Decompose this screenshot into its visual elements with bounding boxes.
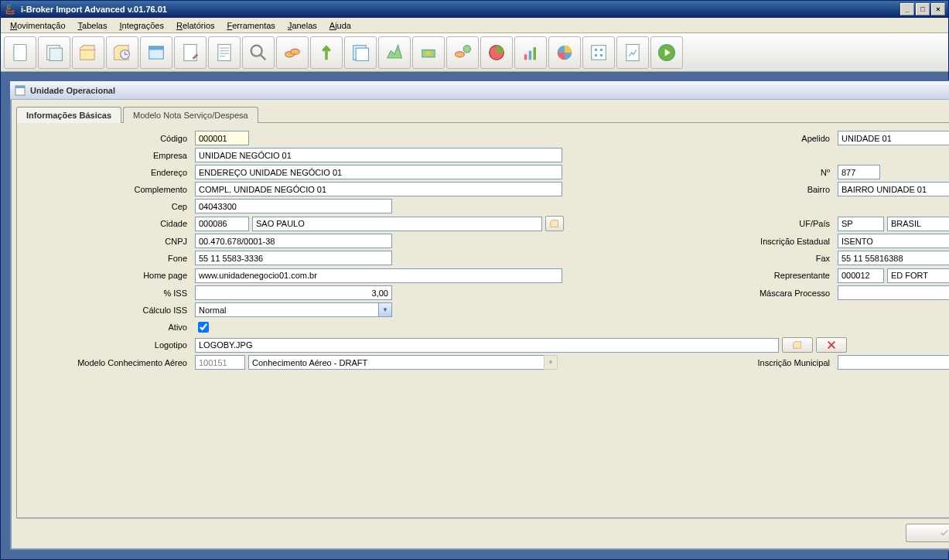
titlebar[interactable]: i-Broker Import Advanced v.01.76.01 _ □ … [1,1,948,18]
browse-logotipo-button[interactable] [782,337,813,353]
label-mascara: Máscara Processo [669,289,831,298]
chevron-down-icon[interactable]: ▼ [378,302,392,317]
input-fone[interactable] [195,251,392,265]
toolbar-btn-19[interactable] [616,36,649,69]
toolbar-btn-16[interactable] [514,36,547,69]
svg-rect-27 [626,44,639,60]
input-numero[interactable] [838,165,880,179]
svg-point-14 [426,51,432,55]
toolbar-btn-4[interactable] [106,36,138,69]
internal-title: Unidade Operacional [30,86,115,95]
toolbar-btn-2[interactable] [38,36,70,69]
input-fax[interactable] [838,251,949,265]
maximize-button[interactable]: □ [916,3,930,15]
menu-tabelas[interactable]: Tabelas [73,19,112,32]
input-pais[interactable] [887,217,949,231]
toolbar-btn-13[interactable] [412,36,445,69]
java-icon [4,3,16,15]
input-modelo-cod [195,355,245,370]
label-cep: Cep [26,202,189,211]
svg-rect-2 [49,48,62,60]
input-complemento[interactable] [195,182,562,196]
tab-informacoes-basicas[interactable]: Informações Básicas [16,107,121,123]
toolbar-btn-1[interactable] [4,36,36,69]
chevron-down-icon[interactable]: ▼ [544,355,558,370]
menubar: Movimentação Tabelas Integrações Relatór… [1,18,948,33]
input-apelido[interactable] [838,131,949,145]
label-cnpj: CNPJ [26,237,189,246]
toolbar-btn-8[interactable] [242,36,275,69]
tab-modelo-nota[interactable]: Modelo Nota Serviço/Despesa [123,107,258,123]
toolbar-btn-18[interactable] [582,36,615,69]
minimize-button[interactable]: _ [900,3,914,15]
input-im[interactable] [838,355,949,370]
select-calculoiss[interactable]: ▼ [195,302,392,317]
internal-titlebar[interactable]: Unidade Operacional ▫ ▭ ⊠ [10,81,949,100]
input-bairro[interactable] [838,182,949,196]
svg-point-24 [600,48,603,51]
input-uf[interactable] [838,217,884,231]
input-empresa[interactable] [195,148,562,162]
menu-ferramentas[interactable]: Ferramentas [223,19,280,32]
label-ie: Inscrição Estadual [669,237,831,246]
checkbox-ativo[interactable] [198,322,209,333]
toolbar-btn-12[interactable] [378,36,411,69]
select-modelo[interactable]: ▼ [248,355,558,370]
label-bairro: Bairro [669,185,831,194]
input-cidade-nome[interactable] [252,217,542,231]
input-rep-cod[interactable] [838,268,884,283]
svg-rect-12 [356,48,368,60]
toolbar-btn-11[interactable] [344,36,377,69]
close-button[interactable]: × [931,3,945,15]
lookup-cidade-button[interactable] [545,216,564,231]
toolbar-btn-15[interactable] [480,36,513,69]
tab-strip: Informações Básicas Modelo Nota Serviço/… [16,106,949,122]
svg-point-25 [595,53,598,56]
svg-rect-22 [592,45,606,60]
toolbar-btn-10[interactable] [310,36,343,69]
toolbar-btn-3[interactable] [72,36,104,69]
svg-point-23 [595,48,598,51]
label-iss: % ISS [26,289,189,298]
svg-point-10 [291,49,300,54]
toolbar-btn-14[interactable] [446,36,479,69]
toolbar-btn-6[interactable] [174,36,207,69]
label-logotipo: Logotipo [26,340,189,350]
toolbar-btn-5[interactable] [140,36,172,69]
menu-movimentacao[interactable]: Movimentação [5,19,70,32]
input-cidade-cod[interactable] [195,217,249,231]
label-im: Inscrição Municipal [669,358,831,367]
delete-logotipo-button[interactable] [816,337,847,353]
input-rep-nome[interactable] [887,268,949,283]
svg-rect-20 [534,47,537,60]
toolbar [1,33,948,72]
input-codigo[interactable] [195,131,249,145]
label-endereco: Endereço [26,168,189,177]
menu-integracoes[interactable]: Integrações [114,19,169,32]
internal-frame: Unidade Operacional ▫ ▭ ⊠ Informações Bá… [9,80,949,551]
input-ie[interactable] [838,234,949,248]
frame-icon [15,85,26,96]
input-homepage[interactable] [195,268,562,283]
gravar-button[interactable]: Gravar [906,524,949,542]
toolbar-btn-20[interactable] [650,36,683,69]
toolbar-btn-9[interactable] [276,36,309,69]
menu-relatorios[interactable]: Relatórios [172,19,220,32]
toolbar-btn-7[interactable] [208,36,241,69]
input-cnpj[interactable] [195,234,392,248]
input-cep[interactable] [195,199,392,213]
label-numero: Nº [669,168,831,177]
svg-rect-7 [218,44,230,60]
input-mascara[interactable] [838,285,949,300]
menu-ajuda[interactable]: Ajuda [325,19,356,32]
menu-janelas[interactable]: Janelas [283,19,322,32]
label-representante: Representante [669,271,831,280]
main-window: i-Broker Import Advanced v.01.76.01 _ □ … [0,0,949,560]
svg-point-16 [463,45,470,52]
form-panel: Código Apelido Empresa Endereço Nº Compl… [16,122,949,518]
input-logotipo[interactable] [195,338,779,353]
input-endereco[interactable] [195,165,562,179]
toolbar-btn-17[interactable] [548,36,581,69]
input-iss[interactable] [195,285,392,300]
svg-rect-30 [15,86,25,88]
